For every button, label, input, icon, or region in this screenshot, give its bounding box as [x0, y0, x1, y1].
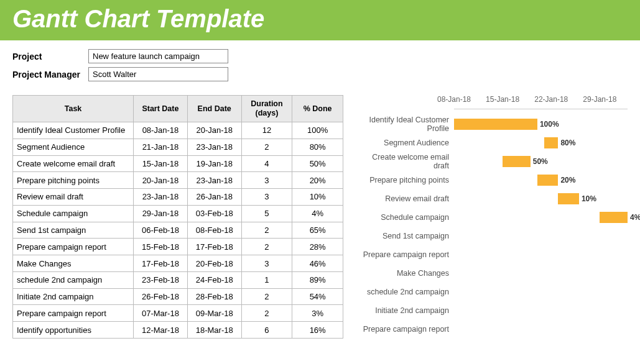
- cell-end[interactable]: 08-Feb-18: [187, 222, 241, 239]
- table-row: Send 1st campaign06-Feb-1808-Feb-18265%: [13, 222, 343, 239]
- cell-task[interactable]: Create welcome email draft: [13, 155, 134, 172]
- cell-task[interactable]: Schedule campaign: [13, 205, 134, 222]
- gantt-bar-track: [454, 264, 628, 283]
- cell-task[interactable]: Initiate 2nd campaign: [13, 288, 134, 305]
- page-title: Gantt Chart Template: [12, 5, 628, 33]
- cell-done[interactable]: 28%: [292, 239, 343, 255]
- cell-end[interactable]: 23-Jan-18: [187, 172, 241, 189]
- meta-row-manager: Project Manager: [12, 67, 628, 81]
- cell-duration[interactable]: 3: [241, 255, 292, 272]
- gantt-row: Make Changes: [355, 264, 628, 283]
- cell-done[interactable]: 65%: [292, 222, 343, 239]
- cell-task[interactable]: Prepare campaign report: [13, 305, 134, 322]
- cell-duration[interactable]: 2: [241, 139, 292, 155]
- cell-duration[interactable]: 2: [241, 288, 292, 305]
- table-row: Prepare campaign report15-Feb-1817-Feb-1…: [13, 239, 343, 255]
- cell-end[interactable]: 19-Jan-18: [187, 155, 241, 172]
- cell-task[interactable]: Send 1st campaign: [13, 222, 134, 239]
- gantt-pct-label: 4%: [630, 213, 640, 222]
- cell-duration[interactable]: 4: [241, 155, 292, 172]
- cell-task[interactable]: Review email draft: [13, 189, 134, 206]
- cell-task[interactable]: Prepare campaign report: [13, 239, 134, 255]
- cell-duration[interactable]: 3: [241, 172, 292, 189]
- cell-end[interactable]: 24-Feb-18: [187, 271, 241, 288]
- cell-start[interactable]: 23-Feb-18: [134, 271, 188, 288]
- header-bar: Gantt Chart Template: [0, 0, 640, 40]
- gantt-chart: 08-Jan-1815-Jan-1822-Jan-1829-Jan-18 Ide…: [355, 95, 628, 339]
- gantt-pct-label: 50%: [533, 157, 548, 166]
- cell-task[interactable]: Prepare pitching points: [13, 172, 134, 189]
- cell-duration[interactable]: 1: [241, 271, 292, 288]
- gantt-bar-track: 4%: [454, 208, 628, 227]
- cell-start[interactable]: 12-Mar-18: [134, 322, 188, 339]
- cell-start[interactable]: 23-Jan-18: [134, 189, 188, 206]
- cell-start[interactable]: 29-Jan-18: [134, 205, 188, 222]
- cell-start[interactable]: 07-Mar-18: [134, 305, 188, 322]
- gantt-pct-label: 20%: [560, 176, 575, 184]
- cell-done[interactable]: 100%: [292, 122, 343, 139]
- cell-end[interactable]: 03-Feb-18: [187, 205, 241, 222]
- cell-start[interactable]: 26-Feb-18: [134, 288, 188, 305]
- cell-end[interactable]: 28-Feb-18: [187, 288, 241, 305]
- cell-start[interactable]: 21-Jan-18: [134, 139, 188, 155]
- cell-done[interactable]: 54%: [292, 288, 343, 305]
- cell-duration[interactable]: 6: [241, 322, 292, 339]
- table-row: Identify Ideal Customer Profile08-Jan-18…: [13, 122, 343, 139]
- gantt-rows: Identify Ideal Customer Profile100%Segme…: [355, 115, 628, 339]
- cell-start[interactable]: 08-Jan-18: [134, 122, 188, 139]
- col-task: Task: [13, 96, 134, 122]
- manager-input[interactable]: [88, 67, 228, 81]
- content-area: Task Start Date End Date Duration(days) …: [0, 91, 640, 339]
- cell-end[interactable]: 20-Jan-18: [187, 122, 241, 139]
- cell-task[interactable]: Segment Audience: [13, 139, 134, 155]
- gantt-row-label: Create welcome email draft: [355, 153, 454, 170]
- cell-done[interactable]: 10%: [292, 189, 343, 206]
- cell-duration[interactable]: 2: [241, 222, 292, 239]
- gantt-row-label: Identify Ideal Customer Profile: [355, 116, 454, 133]
- cell-task[interactable]: Make Changes: [13, 255, 134, 272]
- cell-done[interactable]: 3%: [292, 305, 343, 322]
- gantt-bar: [544, 137, 558, 148]
- cell-done[interactable]: 46%: [292, 255, 343, 272]
- gantt-row-label: Send 1st campaign: [355, 232, 454, 240]
- table-row: Initiate 2nd campaign26-Feb-1828-Feb-182…: [13, 288, 343, 305]
- axis-tick-label: 22-Jan-18: [534, 95, 568, 104]
- cell-done[interactable]: 4%: [292, 205, 343, 222]
- cell-end[interactable]: 20-Feb-18: [187, 255, 241, 272]
- gantt-bar-track: 50%: [454, 152, 628, 171]
- cell-end[interactable]: 23-Jan-18: [187, 139, 241, 155]
- cell-done[interactable]: 50%: [292, 155, 343, 172]
- cell-end[interactable]: 18-Mar-18: [187, 322, 241, 339]
- cell-start[interactable]: 06-Feb-18: [134, 222, 188, 239]
- cell-start[interactable]: 15-Feb-18: [134, 239, 188, 255]
- cell-done[interactable]: 89%: [292, 271, 343, 288]
- cell-duration[interactable]: 12: [241, 122, 292, 139]
- cell-task[interactable]: schedule 2nd campaign: [13, 271, 134, 288]
- cell-done[interactable]: 20%: [292, 172, 343, 189]
- cell-end[interactable]: 26-Jan-18: [187, 189, 241, 206]
- project-input[interactable]: [88, 49, 228, 63]
- cell-duration[interactable]: 2: [241, 305, 292, 322]
- cell-start[interactable]: 17-Feb-18: [134, 255, 188, 272]
- cell-task[interactable]: Identify Ideal Customer Profile: [13, 122, 134, 139]
- cell-end[interactable]: 09-Mar-18: [187, 305, 241, 322]
- cell-task[interactable]: Identify opportunities: [13, 322, 134, 339]
- gantt-bar: [454, 119, 537, 130]
- cell-start[interactable]: 15-Jan-18: [134, 155, 188, 172]
- cell-duration[interactable]: 2: [241, 239, 292, 255]
- gantt-row: Initiate 2nd campaign: [355, 301, 628, 320]
- gantt-row-label: Prepare pitching points: [355, 176, 454, 184]
- gantt-bar-track: [454, 301, 628, 320]
- gantt-row: Segment Audience80%: [355, 134, 628, 152]
- cell-done[interactable]: 16%: [292, 322, 343, 339]
- table-row: Identify opportunities12-Mar-1818-Mar-18…: [13, 322, 343, 339]
- cell-done[interactable]: 80%: [292, 139, 343, 155]
- table-row: Review email draft23-Jan-1826-Jan-18310%: [13, 189, 343, 206]
- table-row: Schedule campaign29-Jan-1803-Feb-1854%: [13, 205, 343, 222]
- gantt-bar: [503, 156, 531, 167]
- cell-end[interactable]: 17-Feb-18: [187, 239, 241, 255]
- cell-start[interactable]: 20-Jan-18: [134, 172, 188, 189]
- axis-tick-label: 15-Jan-18: [486, 95, 519, 104]
- cell-duration[interactable]: 5: [241, 205, 292, 222]
- cell-duration[interactable]: 3: [241, 189, 292, 206]
